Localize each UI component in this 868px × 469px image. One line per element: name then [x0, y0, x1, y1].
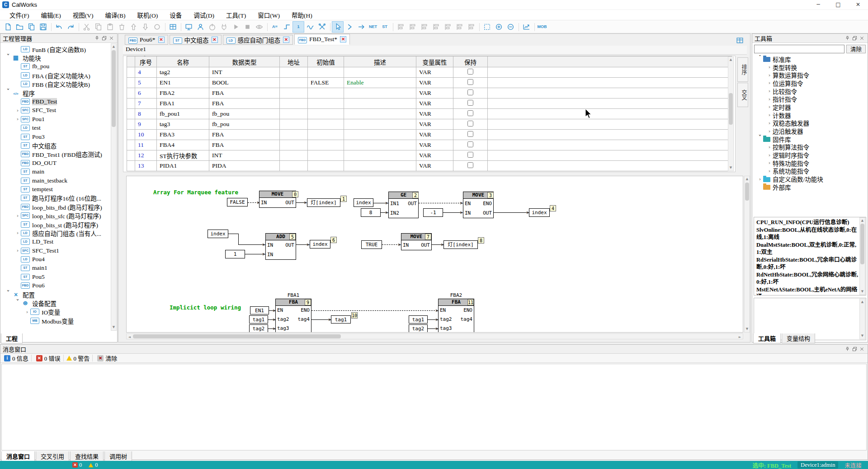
- chevron-icon[interactable]: [766, 64, 773, 70]
- chevron-icon[interactable]: [766, 72, 773, 78]
- toolbox-item[interactable]: 算数运算指令: [752, 71, 868, 79]
- pin-in[interactable]: IN: [403, 240, 409, 250]
- chevron-icon[interactable]: [14, 230, 21, 236]
- close-icon[interactable]: [108, 35, 115, 42]
- tree-item[interactable]: 感应自动门组态 (当有人...: [0, 229, 117, 237]
- chevron-icon[interactable]: [766, 128, 773, 134]
- pin-icon[interactable]: [844, 346, 851, 353]
- fbd-var-box[interactable]: 8: [361, 208, 381, 217]
- cell-prop[interactable]: VAR: [416, 140, 453, 150]
- fbd-block-move[interactable]: MOVE INOUT: [259, 191, 296, 208]
- side-tab-cross[interactable]: 交叉: [737, 83, 748, 107]
- open-icon[interactable]: [14, 21, 25, 33]
- chevron-icon[interactable]: [766, 80, 773, 86]
- cell-init[interactable]: [308, 67, 344, 78]
- side-tab-sort[interactable]: 排序: [737, 57, 748, 82]
- toolbox-item[interactable]: 固件库: [752, 135, 868, 143]
- chevron-icon[interactable]: [5, 90, 11, 96]
- menu-item[interactable]: 帮助(H): [286, 9, 318, 20]
- cell-type[interactable]: FBA: [209, 98, 280, 109]
- chart-icon[interactable]: [520, 21, 532, 33]
- tab-toolbox[interactable]: 工具箱: [753, 333, 781, 343]
- chevron-icon[interactable]: [766, 88, 773, 94]
- col-header-num[interactable]: ˆ序号: [135, 56, 157, 67]
- pin-out[interactable]: OUT: [285, 198, 294, 207]
- col-header-desc[interactable]: 描述: [344, 56, 416, 67]
- cell-name[interactable]: FBA2: [157, 88, 209, 98]
- close-button[interactable]: ✕: [848, 0, 868, 9]
- cell-init[interactable]: [308, 109, 344, 119]
- pin-out[interactable]: tag4: [461, 315, 473, 324]
- cell-prop[interactable]: VAR: [416, 150, 453, 161]
- cell-desc[interactable]: [344, 67, 416, 78]
- chevron-icon[interactable]: [766, 120, 773, 126]
- cell-type[interactable]: fb_pou: [209, 109, 280, 119]
- select-cursor-icon[interactable]: [332, 21, 344, 33]
- cell-init[interactable]: [308, 140, 344, 150]
- retain-checkbox[interactable]: [467, 131, 473, 137]
- tree-item[interactable]: Pou5: [0, 272, 117, 281]
- distribute-icon[interactable]: [465, 21, 477, 33]
- tab-messages[interactable]: 消息窗口: [1, 451, 35, 461]
- cell-name[interactable]: PIDA1: [157, 161, 209, 171]
- cell-type[interactable]: PIDA: [209, 161, 280, 171]
- tree-item[interactable]: 跑马灯程序16位 (16位跑...: [0, 194, 117, 202]
- fbd-var-box[interactable]: index: [208, 230, 228, 238]
- fbd-var-box[interactable]: FALSE: [227, 198, 248, 206]
- pin-in[interactable]: tag3: [440, 324, 452, 333]
- cell-init[interactable]: [308, 98, 344, 109]
- cell-prop[interactable]: VAR: [416, 88, 453, 98]
- separator[interactable]: [76, 21, 80, 33]
- cell-type[interactable]: FBA: [209, 140, 280, 150]
- cell-prop[interactable]: VAR: [416, 78, 453, 88]
- retain-checkbox[interactable]: [467, 141, 473, 147]
- toolbox-item[interactable]: 位运算指令: [752, 79, 868, 87]
- project-tree-scrollbar[interactable]: ▲ ▼: [111, 43, 117, 331]
- cell-type[interactable]: INT: [209, 150, 280, 161]
- message-list[interactable]: [1, 364, 867, 450]
- toolbox-item[interactable]: 类型转换: [752, 63, 868, 71]
- fbd-comment[interactable]: Array For Marquee feature: [153, 189, 238, 196]
- delete-icon[interactable]: [116, 21, 127, 33]
- toolbox-item[interactable]: 边沿触发器: [752, 127, 868, 135]
- tree-item[interactable]: FunB (自定义函数B): [0, 45, 117, 53]
- cell-prop[interactable]: VAR: [416, 109, 453, 119]
- chevron-icon[interactable]: [24, 309, 30, 315]
- tree-item[interactable]: Modbus变量: [0, 316, 117, 325]
- cell-name[interactable]: tag3: [157, 119, 209, 130]
- fbd-var-box[interactable]: TRUE: [361, 240, 382, 249]
- cell-init[interactable]: [308, 88, 344, 98]
- description-scrollbar[interactable]: ▲ ▼: [859, 217, 865, 295]
- cell-name[interactable]: FBA4: [157, 140, 209, 150]
- tree-item[interactable]: loop_bits_sfc (跑马灯程序): [0, 211, 117, 220]
- variable-row[interactable]: 7 FBA1 FBA VAR: [127, 98, 732, 109]
- cell-init[interactable]: [308, 130, 344, 140]
- menu-item[interactable]: 联机(O): [132, 9, 164, 20]
- menu-item[interactable]: 工具(T): [220, 9, 252, 20]
- pin-eno[interactable]: ENO: [483, 199, 492, 208]
- fbd-var-box[interactable]: index: [529, 208, 550, 217]
- declare-variable-icon[interactable]: A=: [269, 21, 281, 33]
- login-icon[interactable]: [194, 21, 206, 33]
- document-tab[interactable]: Pou6* ✕: [125, 35, 168, 45]
- retain-checkbox[interactable]: [467, 152, 473, 158]
- monitor-icon[interactable]: [183, 21, 194, 33]
- align-bottom-icon[interactable]: [430, 21, 442, 33]
- tab-close-icon[interactable]: ✕: [212, 37, 218, 43]
- pin-in2[interactable]: IN: [267, 250, 273, 259]
- document-tab[interactable]: 感应自动门组态 ✕: [223, 35, 293, 45]
- retain-checkbox[interactable]: [467, 121, 473, 127]
- window-list-icon[interactable]: [734, 35, 745, 46]
- clear-button[interactable]: 清除: [105, 354, 117, 362]
- multi-doc-icon[interactable]: [25, 21, 37, 33]
- pin-in[interactable]: IN: [261, 198, 267, 207]
- pin-in[interactable]: IN: [465, 208, 471, 218]
- float-icon[interactable]: [851, 35, 858, 42]
- fbd-var-box[interactable]: tag1: [331, 315, 351, 324]
- fbd-var-box[interactable]: tag1: [249, 315, 268, 324]
- run-icon[interactable]: [230, 21, 241, 33]
- redo-icon[interactable]: [65, 21, 76, 33]
- toolbox-item[interactable]: 双稳态触发器: [752, 119, 868, 127]
- toolbox-item[interactable]: 比较指令: [752, 87, 868, 95]
- cell-addr[interactable]: [280, 130, 308, 140]
